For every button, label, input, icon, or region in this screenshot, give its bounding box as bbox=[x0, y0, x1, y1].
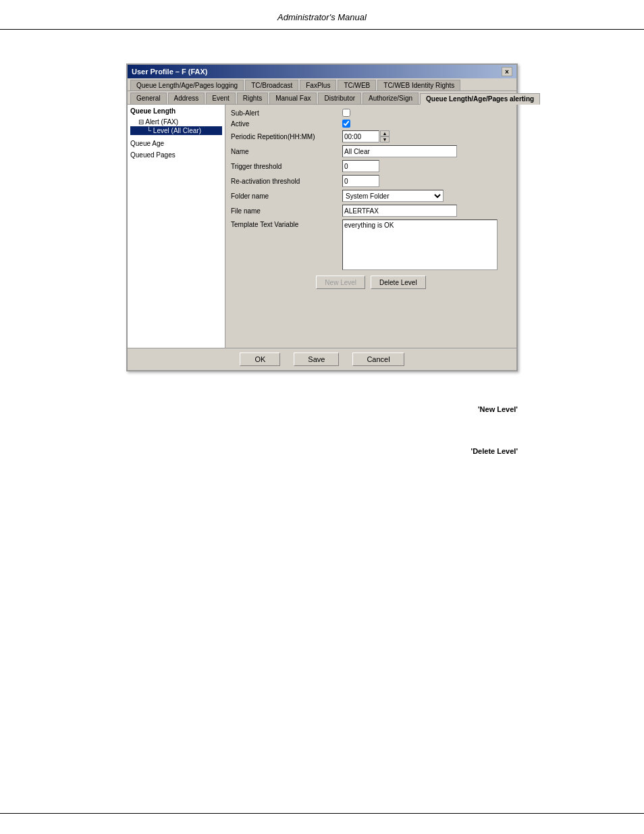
dialog-body: Queue Length ⊟ Alert (FAX) └ Level (All … bbox=[128, 105, 516, 348]
tab-queue-alerting[interactable]: Queue Length/Age/Pages alerting bbox=[420, 93, 540, 105]
name-label: Name bbox=[231, 148, 342, 155]
tab-general[interactable]: General bbox=[130, 93, 167, 104]
trigger-label: Trigger threshold bbox=[231, 163, 342, 170]
periodic-spinner-buttons: ▲ ▼ bbox=[380, 130, 390, 142]
reactivation-row: Re-activation threshold bbox=[231, 175, 511, 187]
tree-item-queue-age[interactable]: Queue Age bbox=[130, 139, 222, 148]
annotation-block: 'New Level' 'Delete Level' bbox=[126, 398, 518, 462]
dialog-window: User Profile – F (FAX) × Queue Length/Ag… bbox=[126, 63, 518, 371]
folder-select[interactable]: System Folder bbox=[342, 190, 444, 202]
tab-tc-web-identity[interactable]: TC/WEB Identity Rights bbox=[377, 80, 460, 90]
tab-rights[interactable]: Rights bbox=[237, 93, 268, 104]
tab-tc-web[interactable]: TC/WEB bbox=[338, 80, 376, 90]
tab-row-2: General Address Event Rights Manual Fax … bbox=[128, 91, 516, 105]
filename-input[interactable] bbox=[342, 205, 457, 217]
periodic-input[interactable] bbox=[342, 130, 379, 142]
dialog-footer: OK Save Cancel bbox=[128, 348, 516, 370]
delete-level-button[interactable]: Delete Level bbox=[371, 276, 426, 289]
tab-event[interactable]: Event bbox=[206, 93, 236, 104]
level-button-row: New Level Delete Level bbox=[231, 276, 511, 289]
tab-distributor[interactable]: Distributor bbox=[318, 93, 361, 104]
active-row: Active bbox=[231, 120, 511, 128]
left-panel: Queue Length ⊟ Alert (FAX) └ Level (All … bbox=[128, 105, 225, 348]
right-panel: Sub-Alert Active Periodic Repetition(HH:… bbox=[225, 105, 516, 348]
filename-row: File name bbox=[231, 205, 511, 217]
page-footer-line bbox=[0, 813, 644, 814]
ok-button[interactable]: OK bbox=[240, 353, 280, 366]
trigger-input[interactable] bbox=[342, 160, 379, 172]
tree-item-level-all-clear[interactable]: └ Level (All Clear) bbox=[130, 126, 222, 135]
folder-row: Folder name System Folder bbox=[231, 190, 511, 202]
new-level-button[interactable]: New Level bbox=[316, 276, 365, 289]
active-checkbox[interactable] bbox=[342, 120, 350, 128]
template-row: Template Text Variable everything is OK bbox=[231, 219, 511, 270]
sub-alert-row: Sub-Alert bbox=[231, 109, 511, 117]
periodic-spinner-up[interactable]: ▲ bbox=[380, 130, 390, 136]
cancel-button[interactable]: Cancel bbox=[352, 353, 404, 366]
reactivation-label: Re-activation threshold bbox=[231, 178, 342, 185]
page-header: Administrator's Manual bbox=[0, 0, 644, 30]
tab-faxplus[interactable]: FaxPlus bbox=[300, 80, 336, 90]
active-label: Active bbox=[231, 120, 342, 128]
sub-alert-checkbox[interactable] bbox=[342, 109, 350, 117]
reactivation-input[interactable] bbox=[342, 175, 379, 187]
template-label: Template Text Variable bbox=[231, 219, 342, 228]
tree-item-alert-fax[interactable]: ⊟ Alert (FAX) bbox=[130, 118, 222, 126]
filename-label: File name bbox=[231, 207, 342, 215]
tab-authorize-sign[interactable]: Authorize/Sign bbox=[363, 93, 419, 104]
save-button[interactable]: Save bbox=[294, 353, 339, 366]
annotation-delete-level: 'Delete Level' bbox=[126, 447, 518, 455]
tree-section-queue-length: Queue Length bbox=[130, 107, 222, 115]
dialog-titlebar: User Profile – F (FAX) × bbox=[128, 65, 516, 78]
trigger-row: Trigger threshold bbox=[231, 160, 511, 172]
tab-address[interactable]: Address bbox=[168, 93, 205, 104]
template-textarea[interactable]: everything is OK bbox=[342, 219, 498, 270]
tab-tc-broadcast[interactable]: TC/Broadcast bbox=[245, 80, 298, 90]
tree-item-queued-pages[interactable]: Queued Pages bbox=[130, 151, 222, 159]
sub-alert-label: Sub-Alert bbox=[231, 109, 342, 117]
name-row: Name bbox=[231, 145, 511, 157]
tab-row-1: Queue Length/Age/Pages logging TC/Broadc… bbox=[128, 78, 516, 91]
periodic-row: Periodic Repetition(HH:MM) ▲ ▼ bbox=[231, 130, 511, 142]
periodic-label: Periodic Repetition(HH:MM) bbox=[231, 133, 342, 140]
folder-label: Folder name bbox=[231, 192, 342, 200]
tab-manual-fax[interactable]: Manual Fax bbox=[269, 93, 317, 104]
header-title: Administrator's Manual bbox=[277, 12, 367, 22]
annotation-new-level: 'New Level' bbox=[126, 405, 518, 413]
dialog-title: User Profile – F (FAX) bbox=[132, 68, 207, 76]
name-input[interactable] bbox=[342, 145, 457, 157]
periodic-spinner-group: ▲ ▼ bbox=[342, 130, 390, 142]
close-button[interactable]: × bbox=[502, 67, 512, 76]
periodic-spinner-down[interactable]: ▼ bbox=[380, 136, 390, 142]
tab-queue-length-logging[interactable]: Queue Length/Age/Pages logging bbox=[130, 80, 244, 90]
